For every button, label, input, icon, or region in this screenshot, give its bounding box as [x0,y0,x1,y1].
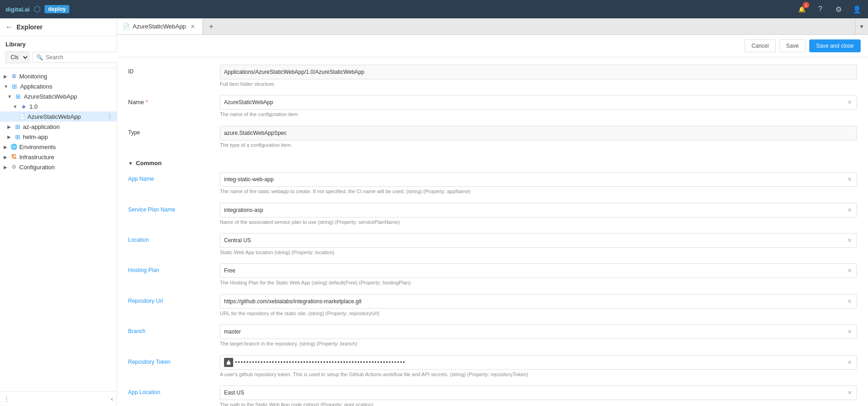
hosting-plan-field-wrap: ✕ The Hosting Plan for the Static Web Ap… [220,263,857,286]
sidebar-item-environments[interactable]: ▶ 🌐 Environments [0,142,117,152]
repo-url-label: Repository Url [128,294,220,304]
app-name-field-row: App Name ✕ The name of the static webapp… [128,172,857,195]
tab-azure-static-webapp[interactable]: 📄 AzureStaticWebApp ✕ [117,18,203,34]
app-location-input[interactable] [224,389,846,396]
sidebar-item-label: Configuration [19,164,113,171]
service-plan-input[interactable] [224,207,846,213]
branch-label: Branch [128,324,220,334]
app-name-input[interactable] [224,176,846,183]
chevron-icon: ▼ [13,104,17,109]
repo-token-input[interactable] [235,359,846,366]
id-input[interactable] [224,69,853,75]
svg-rect-0 [227,362,230,365]
id-hint: Full item folder structure. [220,81,857,88]
type-field-wrap: The type of a configuration item. [220,126,857,149]
sidebar-item-azure-static-webapp-file[interactable]: 📄 AzureStaticWebApp ⋮ [0,111,117,122]
id-field-wrap: Full item folder structure. [220,65,857,88]
name-hint: The name of the configuration item [220,111,857,118]
tree-container: ▶ 🖥 Monitoring ▼ ⊞ Applications ▼ ⊞ Azur… [0,68,117,391]
bell-icon-btn[interactable]: 🔔 1 [796,4,807,15]
grid-icon: ⊞ [14,133,21,140]
branch-input-container: ✕ [220,324,857,339]
library-label: Library [6,41,111,48]
app-name-clear-button[interactable]: ✕ [846,175,853,184]
name-input[interactable] [224,99,846,106]
sidebar-more-icon[interactable]: ⋮ [4,395,10,402]
hosting-plan-clear-button[interactable]: ✕ [846,267,853,275]
env-icon: 🌐 [10,143,17,150]
save-button[interactable]: Save [779,39,806,52]
repo-url-input[interactable] [224,298,846,305]
type-hint: The type of a configuration item. [220,142,857,149]
sidebar-item-label: AzureStaticWebApp [28,113,105,120]
repo-url-clear-button[interactable]: ✕ [846,297,853,306]
more-icon[interactable]: ⋮ [106,113,113,120]
grid-icon: ⊞ [14,123,21,130]
hosting-plan-input-container: ✕ [220,263,857,278]
app-location-input-container: ✕ [220,385,857,400]
cube-icon: ◈ [20,103,28,110]
sidebar-item-applications[interactable]: ▼ ⊞ Applications [0,81,117,91]
service-plan-input-container: ✕ [220,203,857,217]
location-field-wrap: ✕ Static Web App location (string) (Prop… [220,233,857,256]
name-input-container: ✕ [220,95,857,110]
sidebar-item-monitoring[interactable]: ▶ 🖥 Monitoring [0,71,117,81]
sidebar-item-az-application[interactable]: ▶ ⊞ az-application [0,122,117,132]
name-field-wrap: ✕ The name of the configuration item [220,95,857,118]
cancel-button[interactable]: Cancel [745,39,775,52]
repo-token-hint: A user's github repository token. This i… [220,371,857,378]
help-icon-btn[interactable]: ? [815,4,826,15]
chevron-icon: ▼ [7,94,12,99]
chevron-icon: ▶ [7,134,11,139]
sidebar-item-label: Environments [19,144,113,150]
hosting-plan-input[interactable] [224,267,846,274]
chevron-icon: ▶ [4,74,7,79]
grid-icon: ⊞ [11,83,18,90]
location-hint: Static Web App location (string) (Proper… [220,249,857,256]
sidebar-item-configuration[interactable]: ▶ ⚙ Configuration [0,162,117,172]
file-icon: 📄 [18,113,26,120]
sidebar-item-infrastructure[interactable]: ▶ 🏗 Infrastructure [0,152,117,162]
content-area: 📄 AzureStaticWebApp ✕ + ▾ Cancel Save Sa… [117,18,868,406]
search-input[interactable] [46,54,115,61]
service-plan-clear-button[interactable]: ✕ [846,206,853,214]
service-plan-field-row: Service Plan Name ✕ Name of the associat… [128,203,857,226]
sidebar-item-version[interactable]: ▼ ◈ 1.0 [0,101,117,111]
app-location-field-row: App Location ✕ The path to the Static We… [128,385,857,406]
sidebar-item-label: az-application [23,123,113,130]
repo-token-field-row: Repository Token ✕ A user's github repos… [128,355,857,378]
app-location-clear-button[interactable]: ✕ [846,389,853,397]
sidebar-title: Explorer [17,23,43,31]
sidebar-item-helm-app[interactable]: ▶ ⊞ helm-app [0,132,117,142]
location-input[interactable] [224,237,846,244]
settings-icon-btn[interactable]: ⚙ [833,4,844,15]
sidebar-item-label: helm-app [23,133,113,140]
tab-close-button[interactable]: ✕ [189,22,197,31]
form-content: ID Full item folder structure. Name * [117,57,868,406]
branch-clear-button[interactable]: ✕ [846,328,853,336]
save-close-button[interactable]: Save and close [809,39,861,52]
name-clear-button[interactable]: ✕ [846,98,853,106]
logo: digital.ai ⬡ deploy [6,4,69,14]
tab-add-button[interactable]: + [203,18,219,34]
tab-bar: 📄 AzureStaticWebApp ✕ + ▾ [117,18,868,35]
sidebar-item-label: AzureStaticWebApp [24,93,113,100]
app-name-field-wrap: ✕ The name of the static webapp to creat… [220,172,857,195]
chevron-icon: ▶ [4,155,7,160]
type-input[interactable] [224,130,853,136]
tab-dropdown-button[interactable]: ▾ [855,18,868,34]
location-input-container: ✕ [220,233,857,248]
chevron-icon: ▼ [4,84,8,89]
sidebar-collapse-button[interactable]: ‹ [111,395,113,402]
type-field-row: Type The type of a configuration item. [128,126,857,149]
sidebar-item-azure-static-webapp[interactable]: ▼ ⊞ AzureStaticWebApp [0,91,117,101]
hosting-plan-hint: The Hosting Plan for the Static Web App … [220,279,857,286]
user-icon-btn[interactable]: 👤 [851,4,862,15]
back-button[interactable]: ← [6,23,13,31]
repo-token-input-container: ✕ [220,355,857,370]
repo-token-clear-button[interactable]: ✕ [846,358,853,367]
branch-input[interactable] [224,328,846,335]
location-clear-button[interactable]: ✕ [846,236,853,245]
notification-badge: 1 [803,2,809,8]
cls-dropdown[interactable]: Cls [6,51,29,63]
